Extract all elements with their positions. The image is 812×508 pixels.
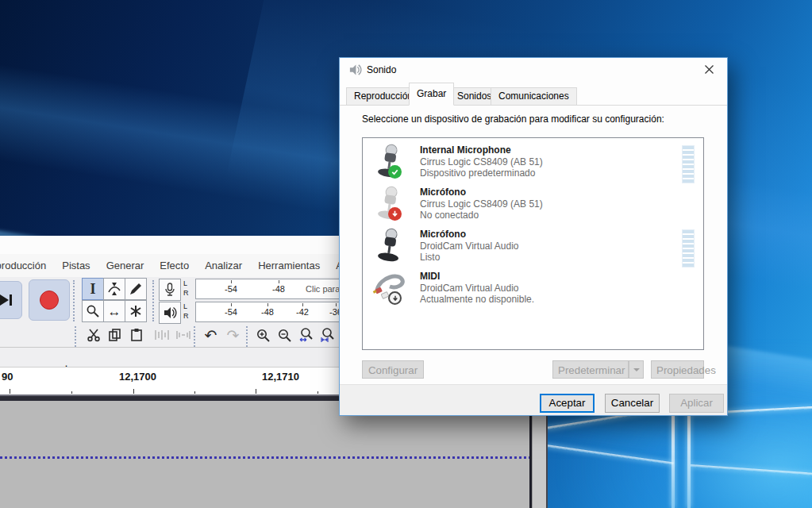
zoom-tool-button[interactable] (82, 300, 104, 322)
record-meter-button[interactable] (159, 279, 181, 301)
device-detail: DroidCam Virtual Audio (420, 241, 519, 252)
ruler-tick (71, 391, 72, 394)
redo-button[interactable]: ↷ (222, 325, 244, 345)
meter-tick: -48 (261, 307, 274, 317)
menu-efecto[interactable]: Efecto (152, 260, 197, 271)
meter-tick: -42 (296, 307, 309, 317)
default-check-badge (388, 165, 402, 179)
speaker-icon (163, 306, 177, 319)
device-name: Micrófono (420, 187, 466, 198)
magnifier-icon (86, 304, 100, 318)
tabstrip-underline (340, 105, 727, 106)
zoom-out-button[interactable] (274, 325, 295, 345)
skip-to-end-icon (0, 294, 14, 306)
timeline-label: 12,1700 (119, 371, 156, 383)
timeline-label: 12,1710 (262, 371, 299, 383)
ruler-tick (256, 389, 256, 394)
device-detail: DroidCam Virtual Audio (420, 283, 519, 294)
ruler-tick (133, 389, 134, 394)
toolbar-grip[interactable] (194, 326, 198, 347)
meter-tick: -54 (225, 284, 237, 294)
unavailable-badge (388, 291, 402, 305)
redo-icon: ↷ (227, 326, 240, 344)
play-meter-channels: LR (183, 302, 193, 321)
ruler-tick (10, 389, 10, 394)
envelope-icon (107, 282, 121, 296)
timeline-label: 90 (2, 371, 13, 383)
arrow-down-icon (391, 210, 399, 218)
paste-icon (129, 328, 144, 342)
silence-icon (175, 329, 191, 341)
multi-tool-button[interactable] (125, 300, 147, 322)
cancel-button[interactable]: Cancelar (605, 394, 660, 413)
toolbar-grip[interactable] (75, 326, 79, 347)
close-icon (705, 65, 714, 74)
ok-button[interactable]: Aceptar (540, 394, 595, 413)
device-detail: Cirrus Logic CS8409 (AB 51) (420, 198, 543, 210)
fit-project-button[interactable] (317, 325, 338, 345)
menu-generar[interactable]: Generar (98, 260, 152, 271)
device-status: Dispositivo predeterminado (420, 167, 535, 179)
set-default-button[interactable]: Predeterminar (552, 360, 629, 379)
menu-reproduccion[interactable]: Reproducción (0, 260, 54, 271)
device-row-microfono-droidcam[interactable]: Micrófono DroidCam Virtual Audio Listo (363, 227, 703, 269)
zoom-in-icon (256, 328, 271, 343)
device-row-microfono-cirrus[interactable]: Micrófono Cirrus Logic CS8409 (AB 51) No… (363, 185, 703, 227)
record-icon (40, 291, 59, 310)
silence-audio-button[interactable] (172, 325, 194, 345)
close-button[interactable] (691, 58, 727, 81)
dialog-titlebar[interactable]: Sonido (340, 58, 727, 82)
double-arrow-icon: ↔ (108, 305, 121, 318)
record-button[interactable] (29, 279, 70, 321)
menu-herramientas[interactable]: Herramientas (250, 260, 328, 271)
play-meter-button[interactable] (159, 302, 181, 324)
fit-selection-button[interactable] (295, 325, 317, 345)
menu-analizar[interactable]: Analizar (197, 260, 250, 271)
windows-logo-divider (672, 410, 675, 508)
skip-to-end-button[interactable] (0, 281, 22, 319)
ibeam-icon: I (90, 282, 95, 296)
sound-dialog-icon (348, 64, 362, 76)
envelope-tool-button[interactable] (103, 278, 125, 300)
set-default-dropdown-button[interactable] (629, 360, 644, 379)
trim-audio-button[interactable] (151, 325, 172, 345)
device-status: No conectado (420, 210, 479, 221)
device-name: MIDI (420, 271, 440, 282)
vertical-scrollbar[interactable] (532, 401, 547, 508)
trim-icon (154, 329, 170, 341)
record-meter-channels: LR (183, 279, 193, 298)
recording-device-list[interactable]: Internal Microphone Cirrus Logic CS8409 … (362, 137, 704, 350)
device-row-internal-microphone[interactable]: Internal Microphone Cirrus Logic CS8409 … (363, 143, 703, 185)
tab-grabar[interactable]: Grabar (409, 83, 454, 106)
configure-button[interactable]: Configurar (362, 360, 424, 379)
zoom-in-button[interactable] (252, 325, 274, 345)
toolbar-grip[interactable] (246, 326, 251, 347)
waveform-zero-line (0, 456, 529, 459)
undo-button[interactable]: ↶ (200, 325, 221, 345)
track-area[interactable] (0, 401, 548, 508)
toolbar-grip[interactable] (73, 280, 78, 321)
cut-button[interactable] (83, 325, 104, 345)
timeshift-tool-button[interactable]: ↔ (103, 300, 125, 322)
selection-tool-button[interactable]: I (82, 278, 104, 300)
copy-button[interactable] (104, 325, 125, 345)
tab-comunicaciones[interactable]: Comunicaciones (491, 87, 577, 106)
device-level-meter (682, 145, 695, 183)
draw-tool-button[interactable] (125, 278, 147, 300)
device-status: Listo (420, 252, 440, 263)
ruler-tick (317, 391, 318, 394)
fit-selection-icon (298, 327, 314, 343)
toolbar-grip[interactable] (152, 280, 157, 321)
properties-button[interactable]: Propiedades (651, 360, 704, 379)
dialog-footer: Aceptar Cancelar Aplicar (340, 384, 727, 415)
dialog-title: Sonido (367, 64, 396, 75)
menu-pistas[interactable]: Pistas (54, 260, 98, 271)
device-row-midi[interactable]: MIDI DroidCam Virtual Audio Actualmente … (363, 269, 703, 311)
sound-dialog: Sonido Reproducción Grabar Sonidos Comun… (339, 57, 728, 416)
device-name: Internal Microphone (420, 144, 511, 156)
pencil-icon (129, 282, 143, 296)
meter-tick: -48 (272, 284, 285, 294)
apply-button[interactable]: Aplicar (669, 394, 724, 413)
ruler-tick (194, 391, 195, 394)
paste-button[interactable] (125, 325, 147, 345)
